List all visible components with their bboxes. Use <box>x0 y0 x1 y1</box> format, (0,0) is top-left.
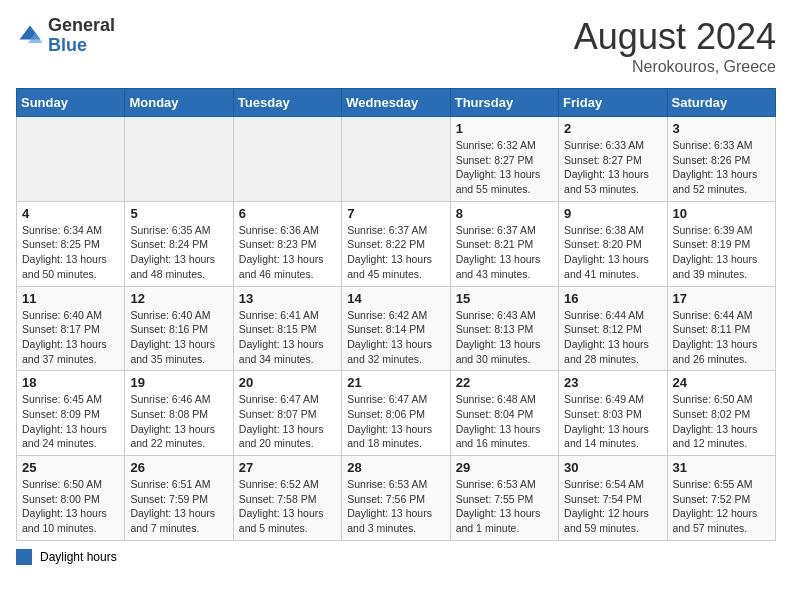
calendar-cell-13: 9Sunrise: 6:38 AM Sunset: 8:20 PM Daylig… <box>559 201 667 286</box>
day-number: 14 <box>347 291 444 306</box>
calendar-week-5: 25Sunrise: 6:50 AM Sunset: 8:00 PM Dayli… <box>17 456 776 541</box>
calendar-header-sunday: Sunday <box>17 89 125 117</box>
calendar-cell-23: 19Sunrise: 6:46 AM Sunset: 8:08 PM Dayli… <box>125 371 233 456</box>
calendar-cell-21: 17Sunrise: 6:44 AM Sunset: 8:11 PM Dayli… <box>667 286 775 371</box>
day-number: 24 <box>673 375 770 390</box>
day-info: Sunrise: 6:32 AM Sunset: 8:27 PM Dayligh… <box>456 138 553 197</box>
month-year: August 2024 <box>574 16 776 58</box>
calendar-cell-30: 26Sunrise: 6:51 AM Sunset: 7:59 PM Dayli… <box>125 456 233 541</box>
calendar-cell-16: 12Sunrise: 6:40 AM Sunset: 8:16 PM Dayli… <box>125 286 233 371</box>
day-number: 13 <box>239 291 336 306</box>
day-number: 12 <box>130 291 227 306</box>
day-info: Sunrise: 6:34 AM Sunset: 8:25 PM Dayligh… <box>22 223 119 282</box>
day-info: Sunrise: 6:44 AM Sunset: 8:12 PM Dayligh… <box>564 308 661 367</box>
page-header: General Blue August 2024 Nerokouros, Gre… <box>16 16 776 76</box>
calendar-cell-4 <box>342 117 450 202</box>
calendar-header-friday: Friday <box>559 89 667 117</box>
calendar-cell-2 <box>125 117 233 202</box>
day-number: 4 <box>22 206 119 221</box>
logo-general-text: General <box>48 15 115 35</box>
day-number: 21 <box>347 375 444 390</box>
calendar-cell-14: 10Sunrise: 6:39 AM Sunset: 8:19 PM Dayli… <box>667 201 775 286</box>
day-number: 28 <box>347 460 444 475</box>
day-info: Sunrise: 6:47 AM Sunset: 8:07 PM Dayligh… <box>239 392 336 451</box>
calendar-header-monday: Monday <box>125 89 233 117</box>
location: Nerokouros, Greece <box>574 58 776 76</box>
day-info: Sunrise: 6:48 AM Sunset: 8:04 PM Dayligh… <box>456 392 553 451</box>
day-info: Sunrise: 6:37 AM Sunset: 8:22 PM Dayligh… <box>347 223 444 282</box>
calendar-header-tuesday: Tuesday <box>233 89 341 117</box>
day-info: Sunrise: 6:41 AM Sunset: 8:15 PM Dayligh… <box>239 308 336 367</box>
day-number: 3 <box>673 121 770 136</box>
calendar-header-wednesday: Wednesday <box>342 89 450 117</box>
day-number: 11 <box>22 291 119 306</box>
day-info: Sunrise: 6:52 AM Sunset: 7:58 PM Dayligh… <box>239 477 336 536</box>
day-info: Sunrise: 6:53 AM Sunset: 7:55 PM Dayligh… <box>456 477 553 536</box>
day-number: 16 <box>564 291 661 306</box>
calendar-cell-20: 16Sunrise: 6:44 AM Sunset: 8:12 PM Dayli… <box>559 286 667 371</box>
calendar-cell-18: 14Sunrise: 6:42 AM Sunset: 8:14 PM Dayli… <box>342 286 450 371</box>
day-info: Sunrise: 6:53 AM Sunset: 7:56 PM Dayligh… <box>347 477 444 536</box>
calendar-cell-17: 13Sunrise: 6:41 AM Sunset: 8:15 PM Dayli… <box>233 286 341 371</box>
day-info: Sunrise: 6:35 AM Sunset: 8:24 PM Dayligh… <box>130 223 227 282</box>
day-number: 27 <box>239 460 336 475</box>
calendar-cell-10: 6Sunrise: 6:36 AM Sunset: 8:23 PM Daylig… <box>233 201 341 286</box>
day-info: Sunrise: 6:37 AM Sunset: 8:21 PM Dayligh… <box>456 223 553 282</box>
title-block: August 2024 Nerokouros, Greece <box>574 16 776 76</box>
day-number: 26 <box>130 460 227 475</box>
day-info: Sunrise: 6:43 AM Sunset: 8:13 PM Dayligh… <box>456 308 553 367</box>
calendar-cell-15: 11Sunrise: 6:40 AM Sunset: 8:17 PM Dayli… <box>17 286 125 371</box>
calendar-cell-24: 20Sunrise: 6:47 AM Sunset: 8:07 PM Dayli… <box>233 371 341 456</box>
day-info: Sunrise: 6:44 AM Sunset: 8:11 PM Dayligh… <box>673 308 770 367</box>
calendar-header-thursday: Thursday <box>450 89 558 117</box>
calendar-cell-25: 21Sunrise: 6:47 AM Sunset: 8:06 PM Dayli… <box>342 371 450 456</box>
day-number: 8 <box>456 206 553 221</box>
day-number: 7 <box>347 206 444 221</box>
day-info: Sunrise: 6:36 AM Sunset: 8:23 PM Dayligh… <box>239 223 336 282</box>
logo-icon <box>16 22 44 50</box>
calendar-header-row: SundayMondayTuesdayWednesdayThursdayFrid… <box>17 89 776 117</box>
legend: Daylight hours <box>16 549 776 565</box>
day-info: Sunrise: 6:50 AM Sunset: 8:00 PM Dayligh… <box>22 477 119 536</box>
day-number: 29 <box>456 460 553 475</box>
day-number: 18 <box>22 375 119 390</box>
calendar-cell-33: 29Sunrise: 6:53 AM Sunset: 7:55 PM Dayli… <box>450 456 558 541</box>
logo: General Blue <box>16 16 115 56</box>
calendar-cell-6: 2Sunrise: 6:33 AM Sunset: 8:27 PM Daylig… <box>559 117 667 202</box>
calendar-cell-22: 18Sunrise: 6:45 AM Sunset: 8:09 PM Dayli… <box>17 371 125 456</box>
day-info: Sunrise: 6:38 AM Sunset: 8:20 PM Dayligh… <box>564 223 661 282</box>
calendar-cell-29: 25Sunrise: 6:50 AM Sunset: 8:00 PM Dayli… <box>17 456 125 541</box>
day-number: 10 <box>673 206 770 221</box>
calendar-cell-12: 8Sunrise: 6:37 AM Sunset: 8:21 PM Daylig… <box>450 201 558 286</box>
day-number: 25 <box>22 460 119 475</box>
day-number: 1 <box>456 121 553 136</box>
calendar-header-saturday: Saturday <box>667 89 775 117</box>
day-number: 5 <box>130 206 227 221</box>
day-info: Sunrise: 6:51 AM Sunset: 7:59 PM Dayligh… <box>130 477 227 536</box>
calendar-cell-34: 30Sunrise: 6:54 AM Sunset: 7:54 PM Dayli… <box>559 456 667 541</box>
calendar-week-1: 1Sunrise: 6:32 AM Sunset: 8:27 PM Daylig… <box>17 117 776 202</box>
day-info: Sunrise: 6:42 AM Sunset: 8:14 PM Dayligh… <box>347 308 444 367</box>
calendar-cell-27: 23Sunrise: 6:49 AM Sunset: 8:03 PM Dayli… <box>559 371 667 456</box>
calendar-cell-5: 1Sunrise: 6:32 AM Sunset: 8:27 PM Daylig… <box>450 117 558 202</box>
legend-label: Daylight hours <box>40 550 117 564</box>
day-number: 23 <box>564 375 661 390</box>
day-info: Sunrise: 6:40 AM Sunset: 8:16 PM Dayligh… <box>130 308 227 367</box>
day-info: Sunrise: 6:45 AM Sunset: 8:09 PM Dayligh… <box>22 392 119 451</box>
day-info: Sunrise: 6:49 AM Sunset: 8:03 PM Dayligh… <box>564 392 661 451</box>
logo-blue-text: Blue <box>48 35 87 55</box>
day-info: Sunrise: 6:33 AM Sunset: 8:26 PM Dayligh… <box>673 138 770 197</box>
calendar-cell-31: 27Sunrise: 6:52 AM Sunset: 7:58 PM Dayli… <box>233 456 341 541</box>
day-number: 31 <box>673 460 770 475</box>
day-info: Sunrise: 6:33 AM Sunset: 8:27 PM Dayligh… <box>564 138 661 197</box>
day-number: 6 <box>239 206 336 221</box>
calendar-week-4: 18Sunrise: 6:45 AM Sunset: 8:09 PM Dayli… <box>17 371 776 456</box>
day-info: Sunrise: 6:50 AM Sunset: 8:02 PM Dayligh… <box>673 392 770 451</box>
calendar-cell-26: 22Sunrise: 6:48 AM Sunset: 8:04 PM Dayli… <box>450 371 558 456</box>
day-number: 30 <box>564 460 661 475</box>
calendar-cell-11: 7Sunrise: 6:37 AM Sunset: 8:22 PM Daylig… <box>342 201 450 286</box>
calendar-table: SundayMondayTuesdayWednesdayThursdayFrid… <box>16 88 776 541</box>
calendar-cell-7: 3Sunrise: 6:33 AM Sunset: 8:26 PM Daylig… <box>667 117 775 202</box>
day-number: 20 <box>239 375 336 390</box>
day-number: 15 <box>456 291 553 306</box>
